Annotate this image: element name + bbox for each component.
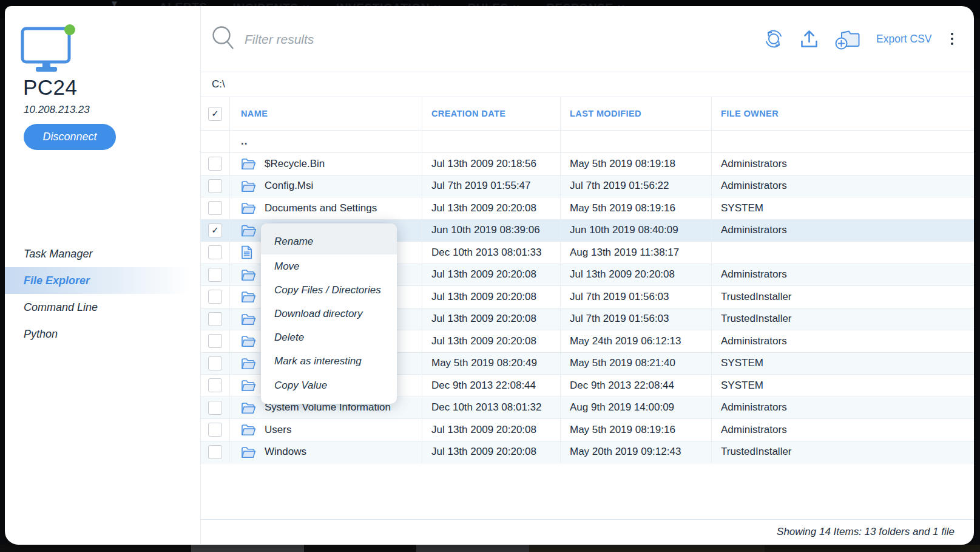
creation-date: Jul 13th 2009 20:20:08 (422, 264, 561, 287)
table-row[interactable]: ✓Config.MsiJul 7th 2019 01:55:47Jul 7th … (201, 175, 974, 198)
table-row[interactable]: ✓WindowsJul 13th 2009 20:20:08May 20th 2… (201, 441, 974, 464)
parent-directory-label[interactable]: .. (241, 135, 248, 148)
file-owner: Administrators (712, 397, 974, 420)
table-row[interactable]: ✓UsersJul 13th 2009 20:20:08May 5th 2019… (201, 419, 974, 441)
last-modified: May 5th 2019 08:19:16 (561, 197, 712, 220)
context-menu-item-copy-files-directories[interactable]: Copy Files / Directories (261, 278, 397, 302)
breadcrumb: C:\ (201, 72, 974, 97)
refresh-icon[interactable] (763, 29, 784, 49)
column-header-file-owner[interactable]: FILE OWNER (721, 109, 779, 118)
remote-session-window: PC24 10.208.213.23 Disconnect Task Manag… (5, 6, 974, 545)
new-folder-icon[interactable] (834, 27, 861, 50)
column-header-creation-date[interactable]: CREATION DATE (431, 109, 505, 118)
creation-date: Jul 13th 2009 20:20:08 (422, 197, 561, 220)
folder-icon (241, 180, 257, 193)
last-modified: May 24th 2019 06:12:13 (561, 330, 712, 353)
folder-icon (241, 379, 257, 392)
disconnect-button[interactable]: Disconnect (24, 124, 116, 150)
desktop-taskbar (0, 545, 980, 552)
file-owner: TrustedInstaller (712, 441, 974, 464)
creation-date: Dec 10th 2013 08:01:32 (422, 397, 561, 420)
context-menu-item-mark-as-interesting[interactable]: Mark as interesting (261, 349, 397, 373)
file-name[interactable]: Config.Msi (265, 180, 313, 192)
last-modified: May 5th 2019 08:21:40 (561, 353, 712, 375)
context-menu-item-move[interactable]: Move (261, 254, 397, 278)
creation-date: Jun 10th 2019 08:39:06 (422, 220, 561, 242)
file-owner: Administrators (712, 330, 974, 353)
host-name: PC24 (23, 75, 78, 100)
row-checkbox[interactable]: ✓ (208, 201, 222, 215)
sidebar-item-file-explorer[interactable]: File Explorer (5, 267, 200, 294)
sidebar-item-command-line[interactable]: Command Line (5, 294, 200, 321)
upload-icon[interactable] (799, 29, 819, 50)
sidebar-item-task-manager[interactable]: Task Manager (5, 240, 200, 267)
context-menu-item-delete[interactable]: Delete (261, 325, 397, 349)
row-checkbox[interactable]: ✓ (208, 378, 222, 392)
creation-date: Jul 7th 2019 01:55:47 (422, 175, 561, 198)
file-owner: Administrators (712, 419, 974, 441)
table-row[interactable]: ✓$Recycle.BinJul 13th 2009 20:18:56May 5… (201, 153, 974, 175)
file-name[interactable]: Documents and Settings (265, 202, 377, 214)
monitor-icon (19, 23, 78, 75)
row-checkbox[interactable]: ✓ (208, 179, 222, 193)
context-menu-item-copy-value[interactable]: Copy Value (261, 373, 397, 404)
context-menu-item-download-directory[interactable]: Download directory (261, 302, 397, 325)
context-menu: RenameMoveCopy Files / DirectoriesDownlo… (261, 223, 397, 404)
select-all-checkbox[interactable]: ✓ (208, 107, 222, 121)
filter-results-input[interactable] (243, 26, 586, 53)
row-checkbox[interactable]: ✓ (208, 223, 222, 237)
last-modified: May 5th 2019 08:19:16 (561, 419, 712, 441)
creation-date: Dec 9th 2013 22:08:44 (422, 375, 561, 397)
row-checkbox[interactable]: ✓ (208, 334, 222, 348)
file-owner: TrustedInstaller (712, 286, 974, 308)
row-checkbox[interactable]: ✓ (208, 423, 222, 437)
file-owner: Administrators (712, 220, 974, 242)
file-explorer-panel: Export CSV C:\ ✓ NAME CREATION DATE LAST… (201, 6, 974, 545)
toolbar: Export CSV (201, 6, 974, 72)
row-checkbox[interactable]: ✓ (208, 245, 222, 259)
last-modified: Aug 9th 2019 14:00:09 (561, 397, 712, 420)
file-owner: TrustedInstaller (712, 308, 974, 331)
row-checkbox[interactable]: ✓ (208, 401, 222, 415)
folder-icon (241, 446, 257, 458)
current-path[interactable]: C:\ (212, 78, 225, 90)
sidebar-item-python[interactable]: Python (5, 321, 200, 347)
row-checkbox[interactable]: ✓ (208, 290, 222, 304)
toolbar-actions: Export CSV (763, 24, 957, 53)
folder-icon (241, 313, 257, 325)
row-checkbox[interactable]: ✓ (208, 157, 222, 171)
file-icon (241, 245, 257, 259)
folder-icon (241, 157, 257, 170)
creation-date: May 5th 2019 08:20:49 (422, 353, 561, 375)
folder-open-icon (241, 223, 257, 237)
last-modified: May 20th 2019 09:12:43 (561, 441, 712, 464)
last-modified: Jun 10th 2019 08:40:09 (561, 220, 712, 242)
row-checkbox[interactable]: ✓ (208, 445, 222, 459)
file-name[interactable]: Users (265, 424, 291, 436)
file-name[interactable]: $Recycle.Bin (265, 158, 325, 170)
creation-date: Jul 13th 2009 20:20:08 (422, 286, 561, 308)
export-csv-button[interactable]: Export CSV (876, 33, 931, 46)
column-header-last-modified[interactable]: LAST MODIFIED (570, 109, 641, 118)
last-modified: Jul 13th 2009 20:20:08 (561, 264, 712, 287)
table-row[interactable]: ✓Documents and SettingsJul 13th 2009 20:… (201, 197, 974, 220)
row-checkbox[interactable]: ✓ (208, 268, 222, 282)
row-checkbox[interactable]: ✓ (208, 312, 222, 326)
row-checkbox[interactable]: ✓ (208, 356, 222, 370)
file-owner: Administrators (712, 175, 974, 198)
folder-icon (241, 335, 257, 347)
parent-directory-row[interactable]: .. (201, 131, 974, 153)
file-owner: Administrators (712, 264, 974, 287)
folder-icon (241, 357, 257, 370)
footer-divider (201, 519, 974, 520)
creation-date: Dec 10th 2013 08:01:33 (422, 242, 561, 264)
creation-date: Jul 13th 2009 20:20:08 (422, 330, 561, 353)
file-owner: SYSTEM (712, 375, 974, 397)
more-options-icon[interactable] (947, 30, 958, 48)
file-name[interactable]: Windows (265, 446, 306, 458)
column-header-name[interactable]: NAME (241, 109, 268, 118)
table-header-row: ✓ NAME CREATION DATE LAST MODIFIED FILE … (201, 97, 974, 131)
sidebar-nav: Task ManagerFile ExplorerCommand LinePyt… (5, 240, 200, 347)
context-menu-item-rename[interactable]: Rename (261, 223, 397, 254)
items-summary: Showing 14 Items: 13 folders and 1 file (777, 526, 955, 538)
